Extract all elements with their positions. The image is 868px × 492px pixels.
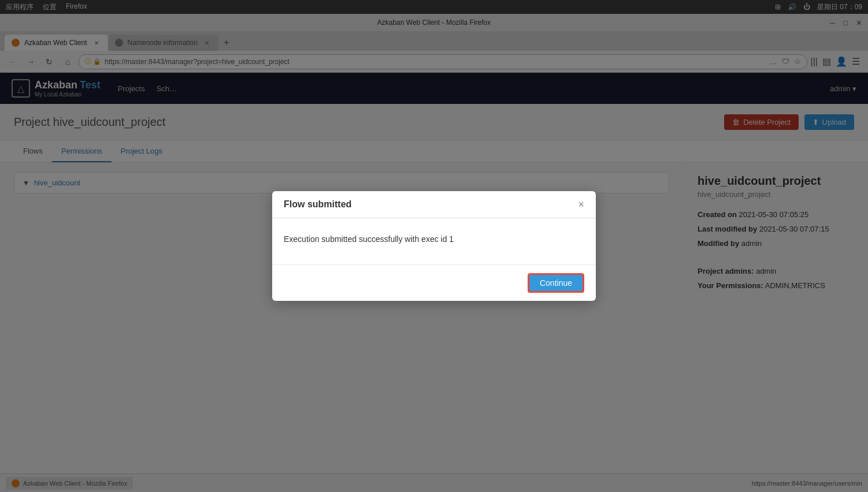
modal-message: Execution submitted successfully with ex… <box>284 234 454 244</box>
modal-body: Execution submitted successfully with ex… <box>272 218 596 264</box>
modal-header: Flow submitted × <box>272 191 596 218</box>
modal-close-button[interactable]: × <box>578 199 584 210</box>
modal-overlay: Flow submitted × Execution submitted suc… <box>0 0 868 492</box>
continue-button[interactable]: Continue <box>528 273 584 293</box>
modal-footer: Continue <box>272 264 596 301</box>
modal-dialog: Flow submitted × Execution submitted suc… <box>272 191 596 301</box>
modal-title: Flow submitted <box>284 199 351 210</box>
